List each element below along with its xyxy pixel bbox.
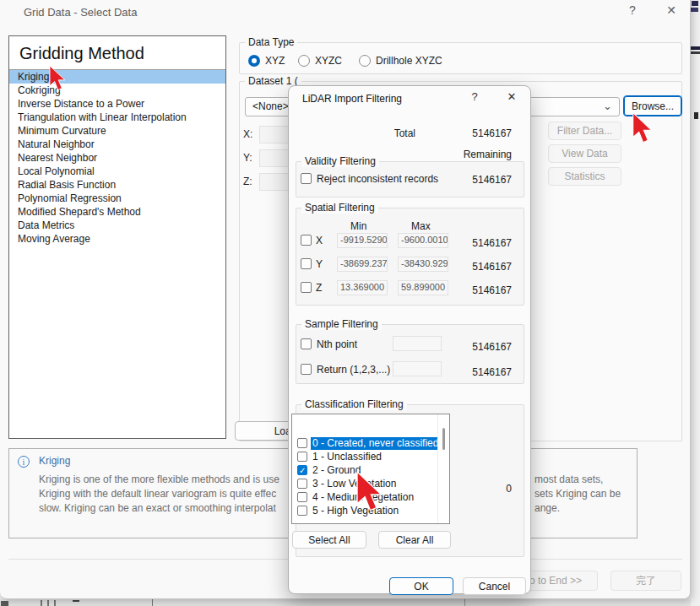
- method-item-kriging[interactable]: Kriging: [9, 70, 225, 84]
- class-row-0[interactable]: 0 - Created, never classified: [292, 436, 437, 450]
- data-type-label: Data Type: [245, 36, 297, 48]
- lidar-dialog-title: LiDAR Import Filtering: [302, 93, 402, 105]
- method-item-polynomial-regression[interactable]: Polynomial Regression: [9, 192, 225, 205]
- help-icon[interactable]: ?: [623, 3, 642, 17]
- x-filter-checkbox[interactable]: [301, 235, 312, 246]
- z-filter-checkbox[interactable]: [301, 282, 312, 293]
- class-1-checkbox[interactable]: [297, 452, 307, 462]
- class-3-checkbox[interactable]: [297, 479, 307, 489]
- background-window-sliver: [691, 0, 700, 606]
- info-line-3: slow. Kriging can be an exact or smoothi…: [39, 502, 276, 514]
- class-row-1[interactable]: 1 - Unclassified: [292, 450, 437, 463]
- radio-xyzc[interactable]: [298, 55, 310, 67]
- cursor-arrow-browse: [632, 111, 655, 146]
- y-filter-label[interactable]: Y: [316, 258, 323, 270]
- method-item-moving-average[interactable]: Moving Average: [9, 232, 225, 246]
- info-line-2: Kriging with the default linear variogra…: [39, 488, 276, 500]
- data-type-group: Data Type XYZ XYZC Drillhole XYZC: [239, 42, 682, 74]
- reject-inconsistent-checkbox[interactable]: [301, 173, 312, 184]
- method-item-triangulation[interactable]: Triangulation with Linear Interpolation: [9, 111, 225, 124]
- method-item-minimum-curvature[interactable]: Minimum Curvature: [9, 124, 225, 138]
- cursor-arrow-kriging: [48, 66, 68, 91]
- radio-xyz[interactable]: [248, 55, 260, 67]
- y-filter-count: 5146167: [472, 261, 512, 273]
- lidar-close-icon[interactable]: ✕: [503, 90, 520, 103]
- total-label: Total: [394, 127, 415, 139]
- x-filter-label[interactable]: X: [316, 235, 323, 246]
- remaining-label: Remaining: [464, 149, 512, 160]
- statistics-button: Statistics: [548, 167, 621, 186]
- classification-count: 0: [506, 483, 512, 495]
- info-line-1-end: most data sets,: [534, 473, 603, 485]
- reject-inconsistent-label[interactable]: Reject inconsistent records: [317, 173, 438, 185]
- validity-filtering-label: Validity Filtering: [301, 155, 379, 167]
- radio-xyz-label[interactable]: XYZ: [265, 55, 285, 67]
- method-item-nearest-neighbor[interactable]: Nearest Neighbor: [9, 151, 225, 165]
- validity-count: 5146167: [472, 174, 512, 186]
- method-item-data-metrics[interactable]: Data Metrics: [9, 219, 225, 232]
- x-filter-count: 5146167: [472, 237, 512, 249]
- method-item-local-polynomial[interactable]: Local Polynomial: [9, 165, 225, 178]
- class-2-checkbox[interactable]: [297, 465, 307, 475]
- view-data-button: View Data: [548, 144, 621, 163]
- method-item-radial-basis[interactable]: Radial Basis Function: [9, 178, 225, 192]
- y-filter-checkbox[interactable]: [301, 258, 312, 269]
- cursor-arrow-classification: [355, 472, 387, 512]
- radio-xyzc-label[interactable]: XYZC: [315, 55, 342, 67]
- close-icon[interactable]: ✕: [662, 3, 681, 17]
- return-label[interactable]: Return (1,2,3,...): [317, 364, 390, 376]
- z-filter-count: 5146167: [472, 284, 512, 296]
- return-checkbox[interactable]: [301, 364, 312, 375]
- filter-data-button: Filter Data...: [548, 122, 621, 140]
- radio-drillhole-xyzc-label[interactable]: Drillhole XYZC: [376, 55, 442, 67]
- select-all-button[interactable]: Select All: [292, 531, 366, 549]
- info-heading: Kriging: [39, 455, 70, 467]
- clear-all-button[interactable]: Clear All: [378, 531, 451, 549]
- x-min-field[interactable]: -9919.5290: [337, 233, 388, 248]
- z-filter-label[interactable]: Z: [316, 282, 322, 294]
- info-line-1: Kriging is one of the more flexible meth…: [39, 473, 279, 485]
- return-count: 5146167: [472, 366, 512, 378]
- class-0-checkbox[interactable]: [297, 438, 307, 448]
- class-5-checkbox[interactable]: [297, 506, 307, 516]
- info-line-3-end: ange.: [534, 502, 560, 514]
- total-value: 5146167: [472, 127, 512, 139]
- classification-filtering-label: Classification Filtering: [301, 398, 407, 410]
- nth-point-label[interactable]: Nth point: [317, 338, 357, 350]
- class-1-label[interactable]: 1 - Unclassified: [311, 451, 437, 463]
- nth-point-count: 5146167: [472, 341, 512, 353]
- method-item-inverse-distance[interactable]: Inverse Distance to a Power: [9, 97, 225, 111]
- x-max-field[interactable]: -9600.0010: [398, 233, 448, 248]
- nth-point-checkbox[interactable]: [301, 338, 312, 349]
- sample-filtering-label: Sample Filtering: [301, 318, 382, 330]
- info-line-2-end: sets Kriging can be: [534, 488, 621, 500]
- method-item-modified-shepards[interactable]: Modified Shepard's Method: [9, 205, 225, 219]
- lidar-help-icon[interactable]: ?: [466, 90, 483, 103]
- lidar-import-filtering-dialog: LiDAR Import Filtering ? ✕ Total 5146167…: [288, 85, 531, 594]
- finish-button: 完了: [610, 571, 681, 591]
- class-0-label[interactable]: 0 - Created, never classified: [311, 437, 437, 450]
- y-max-field[interactable]: -38430.929: [398, 257, 448, 272]
- dialog-title: Grid Data - Select Data: [24, 6, 137, 19]
- y-axis-label: Y:: [243, 152, 252, 164]
- gridding-method-title: Gridding Method: [9, 36, 225, 69]
- radio-drillhole-xyzc[interactable]: [359, 55, 371, 67]
- background-taskbar-sliver: [0, 599, 691, 606]
- z-max-field[interactable]: 59.899000: [398, 280, 448, 295]
- dataset-combo-value: <None>: [252, 100, 289, 112]
- ok-button[interactable]: OK: [389, 577, 453, 595]
- class-4-checkbox[interactable]: [297, 492, 307, 502]
- scrollbar-thumb[interactable]: [442, 428, 445, 450]
- y-min-field[interactable]: -38699.237: [337, 257, 388, 272]
- max-header: Max: [411, 220, 431, 232]
- z-min-field[interactable]: 13.369000: [337, 280, 388, 295]
- gridding-method-panel: Gridding Method Kriging Cokriging Invers…: [8, 35, 226, 439]
- method-item-natural-neighbor[interactable]: Natural Neighbor: [9, 138, 225, 151]
- nth-point-field[interactable]: [393, 336, 442, 351]
- classification-scrollbar[interactable]: [437, 414, 449, 523]
- return-field[interactable]: [393, 361, 442, 376]
- cancel-button[interactable]: Cancel: [463, 577, 526, 595]
- info-icon: i: [18, 456, 30, 468]
- spatial-filtering-label: Spatial Filtering: [301, 202, 378, 214]
- method-item-cokriging[interactable]: Cokriging: [9, 84, 225, 97]
